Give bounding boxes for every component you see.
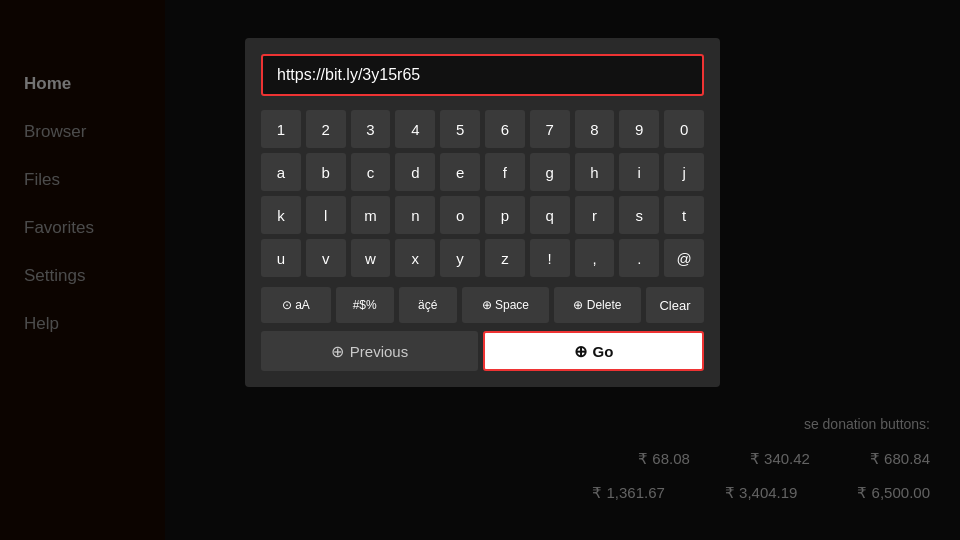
key-j[interactable]: j [664, 153, 704, 191]
key-comma[interactable]: , [575, 239, 615, 277]
url-value: https://bit.ly/3y15r65 [277, 66, 420, 84]
key-capslock[interactable]: ⊙ aA [261, 287, 331, 323]
previous-icon: ⊕ [331, 342, 344, 361]
key-delete[interactable]: ⊕ Delete [554, 287, 641, 323]
key-i[interactable]: i [619, 153, 659, 191]
key-at[interactable]: @ [664, 239, 704, 277]
key-q[interactable]: q [530, 196, 570, 234]
key-f[interactable]: f [485, 153, 525, 191]
key-1[interactable]: 1 [261, 110, 301, 148]
keyboard-row-alpha3: u v w x y z ! , . @ [261, 239, 704, 277]
key-0[interactable]: 0 [664, 110, 704, 148]
key-9[interactable]: 9 [619, 110, 659, 148]
keyboard-row-alpha2: k l m n o p q r s t [261, 196, 704, 234]
key-e[interactable]: e [440, 153, 480, 191]
key-b[interactable]: b [306, 153, 346, 191]
key-d[interactable]: d [395, 153, 435, 191]
key-6[interactable]: 6 [485, 110, 525, 148]
previous-label: Previous [350, 343, 408, 360]
key-l[interactable]: l [306, 196, 346, 234]
virtual-keyboard: 1 2 3 4 5 6 7 8 9 0 a b c d e f g h i j … [261, 110, 704, 323]
key-2[interactable]: 2 [306, 110, 346, 148]
go-icon: ⊕ [574, 342, 587, 361]
keyboard-dialog: https://bit.ly/3y15r65 1 2 3 4 5 6 7 8 9… [245, 38, 720, 387]
key-s[interactable]: s [619, 196, 659, 234]
key-p[interactable]: p [485, 196, 525, 234]
key-u[interactable]: u [261, 239, 301, 277]
key-t[interactable]: t [664, 196, 704, 234]
key-x[interactable]: x [395, 239, 435, 277]
action-row: ⊕ Previous ⊕ Go [261, 331, 704, 371]
keyboard-row-special: ⊙ aA #$% äçé ⊕ Space ⊕ Delete Clear [261, 287, 704, 323]
key-v[interactable]: v [306, 239, 346, 277]
key-period[interactable]: . [619, 239, 659, 277]
key-clear[interactable]: Clear [646, 287, 704, 323]
key-7[interactable]: 7 [530, 110, 570, 148]
previous-button[interactable]: ⊕ Previous [261, 331, 478, 371]
key-3[interactable]: 3 [351, 110, 391, 148]
go-label: Go [593, 343, 614, 360]
url-input[interactable]: https://bit.ly/3y15r65 [261, 54, 704, 96]
key-5[interactable]: 5 [440, 110, 480, 148]
key-space[interactable]: ⊕ Space [462, 287, 549, 323]
key-g[interactable]: g [530, 153, 570, 191]
go-button[interactable]: ⊕ Go [483, 331, 704, 371]
key-o[interactable]: o [440, 196, 480, 234]
keyboard-row-numbers: 1 2 3 4 5 6 7 8 9 0 [261, 110, 704, 148]
key-symbols[interactable]: #$% [336, 287, 394, 323]
key-z[interactable]: z [485, 239, 525, 277]
key-4[interactable]: 4 [395, 110, 435, 148]
key-accents[interactable]: äçé [399, 287, 457, 323]
key-r[interactable]: r [575, 196, 615, 234]
key-n[interactable]: n [395, 196, 435, 234]
key-h[interactable]: h [575, 153, 615, 191]
key-k[interactable]: k [261, 196, 301, 234]
key-exclaim[interactable]: ! [530, 239, 570, 277]
key-m[interactable]: m [351, 196, 391, 234]
key-8[interactable]: 8 [575, 110, 615, 148]
key-y[interactable]: y [440, 239, 480, 277]
key-c[interactable]: c [351, 153, 391, 191]
key-a[interactable]: a [261, 153, 301, 191]
key-w[interactable]: w [351, 239, 391, 277]
keyboard-row-alpha1: a b c d e f g h i j [261, 153, 704, 191]
